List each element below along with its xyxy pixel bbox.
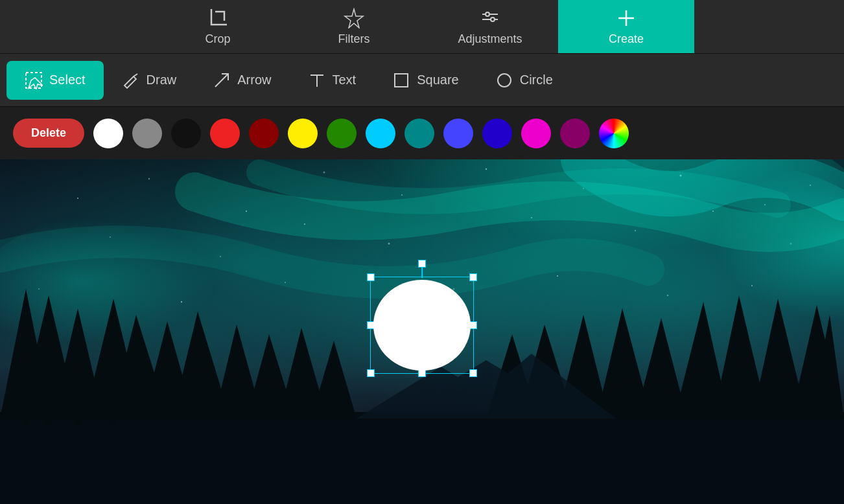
arrow-icon <box>213 71 231 89</box>
color-red[interactable] <box>210 119 240 148</box>
color-white[interactable] <box>93 119 123 148</box>
text-icon <box>308 71 326 89</box>
svg-rect-46 <box>44 412 52 425</box>
draw-icon <box>122 71 140 89</box>
color-dark-red[interactable] <box>249 119 279 148</box>
color-gray[interactable] <box>132 119 162 148</box>
filters-tool-btn[interactable]: Filters <box>286 0 422 53</box>
draw-tool-btn[interactable]: Draw <box>104 61 195 100</box>
canvas-area[interactable] <box>0 159 844 504</box>
handle-top-right[interactable] <box>469 273 477 281</box>
text-label: Text <box>333 73 357 87</box>
select-label: Select <box>49 73 86 87</box>
create-tool-btn[interactable]: Create <box>558 0 694 53</box>
color-teal[interactable] <box>404 119 434 148</box>
handle-top-left[interactable] <box>367 273 375 281</box>
top-toolbar: Crop Filters Adjustments Create <box>0 0 844 53</box>
arrow-tool-btn[interactable]: Arrow <box>194 61 289 100</box>
color-dark-blue[interactable] <box>482 119 512 148</box>
svg-point-4 <box>491 17 495 21</box>
svg-rect-48 <box>74 412 82 425</box>
color-yellow[interactable] <box>288 119 318 148</box>
create-icon <box>616 8 637 29</box>
select-tool-btn[interactable]: Select <box>6 61 104 100</box>
color-green[interactable] <box>327 119 357 148</box>
filters-label: Filters <box>338 32 370 46</box>
adjustments-icon <box>480 8 500 29</box>
color-black[interactable] <box>171 119 201 148</box>
adjustments-tool-btn[interactable]: Adjustments <box>422 0 558 53</box>
svg-line-9 <box>215 74 228 87</box>
color-blue[interactable] <box>443 119 473 148</box>
svg-rect-7 <box>26 73 41 88</box>
color-rainbow[interactable] <box>599 119 629 148</box>
circle-label: Circle <box>520 73 553 87</box>
crop-icon <box>207 8 228 29</box>
color-cyan[interactable] <box>366 119 395 148</box>
delete-button[interactable]: Delete <box>13 119 84 148</box>
rotation-handle[interactable] <box>418 260 426 268</box>
svg-point-13 <box>498 74 511 87</box>
handle-bot-left[interactable] <box>367 369 375 377</box>
adjustments-label: Adjustments <box>458 32 522 46</box>
handle-bot-right[interactable] <box>469 369 477 377</box>
square-tool-btn[interactable]: Square <box>374 61 477 100</box>
svg-rect-12 <box>395 74 408 87</box>
svg-marker-57 <box>311 341 357 418</box>
svg-line-8 <box>134 74 137 76</box>
create-label: Create <box>609 32 644 46</box>
draw-label: Draw <box>147 73 177 87</box>
white-circle-shape[interactable] <box>373 280 471 371</box>
crop-label: Crop <box>205 32 230 46</box>
svg-marker-0 <box>345 9 363 28</box>
svg-rect-42 <box>0 412 844 504</box>
color-toolbar: Delete <box>0 106 844 159</box>
selection-box <box>370 277 474 374</box>
circle-tool-btn[interactable]: Circle <box>477 61 571 100</box>
arrow-label: Arrow <box>237 73 271 87</box>
square-label: Square <box>417 73 459 87</box>
select-icon <box>25 71 43 89</box>
selection-container <box>370 264 474 374</box>
text-tool-btn[interactable]: Text <box>290 61 375 100</box>
square-icon <box>392 71 410 89</box>
crop-tool-btn[interactable]: Crop <box>150 0 286 53</box>
filters-icon <box>344 8 364 29</box>
color-purple[interactable] <box>560 119 590 148</box>
svg-point-3 <box>486 12 489 16</box>
circle-icon <box>495 71 513 89</box>
second-toolbar: Select Draw Arrow Text Square Circle <box>0 53 844 106</box>
color-magenta[interactable] <box>521 119 551 148</box>
